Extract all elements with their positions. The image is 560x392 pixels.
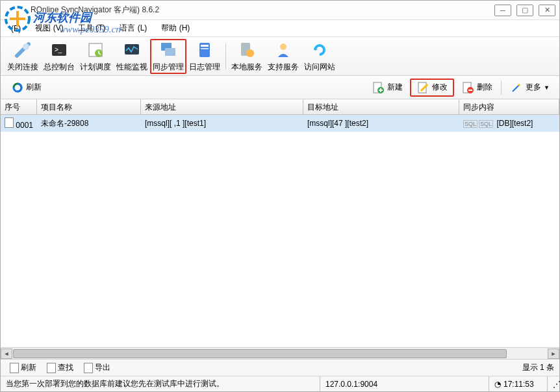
menu-language[interactable]: 语言 (L) <box>113 21 153 36</box>
delete-button[interactable]: 删除 <box>455 79 498 97</box>
status-bar: 当您第一次部署到您的数据库前建议您先在测试库中进行测试。 127.0.0.1:9… <box>1 376 559 391</box>
cell-dst: [mssql][47 ][test2] <box>303 119 459 128</box>
footer-find-label: 查找 <box>58 362 73 373</box>
action-bar: 刷新 新建 修改 删除 更多 ▼ <box>1 76 559 99</box>
col-src[interactable]: 来源地址 <box>141 99 303 114</box>
scroll-left-arrow[interactable]: ◄ <box>1 349 12 359</box>
footer-refresh-button[interactable]: 刷新 <box>6 361 40 374</box>
local-svc-button[interactable]: 本地服务 <box>229 39 265 74</box>
sync-windows-icon <box>158 40 179 60</box>
sql-icon: SQL <box>479 120 493 128</box>
svg-rect-10 <box>201 45 209 47</box>
refresh-button[interactable]: 刷新 <box>5 79 47 97</box>
main-toolbar: 关闭连接 >_ 总控制台 计划调度 性能监视 同步管理 日志管理 本地服务 <box>1 37 559 76</box>
wand-icon <box>510 81 523 94</box>
refresh-icon <box>10 81 23 94</box>
delete-file-icon <box>461 81 474 94</box>
window-title: ROnline SyncNavigator 客户端) 8.6.2 <box>31 5 159 16</box>
footer-export-label: 导出 <box>95 362 110 373</box>
notebook-icon <box>194 40 215 60</box>
delete-label: 删除 <box>477 82 492 93</box>
svg-point-14 <box>280 43 286 50</box>
support-button[interactable]: 支持服务 <box>265 39 301 74</box>
svg-rect-20 <box>468 90 472 91</box>
server-gear-icon <box>236 40 257 60</box>
footer-find-button[interactable]: 查找 <box>43 361 77 374</box>
calendar-icon <box>85 40 106 60</box>
close-conn-button[interactable]: 关闭连接 <box>5 39 41 74</box>
visit-site-button[interactable]: 访问网站 <box>301 39 338 74</box>
edit-file-icon <box>416 81 429 94</box>
col-sync[interactable]: 同步内容 <box>459 99 559 114</box>
svg-point-1 <box>23 43 29 50</box>
menu-help[interactable]: 帮助 (H) <box>155 21 196 36</box>
table-row[interactable]: 0001 未命名-29808 [mssql][ ,1 ][test1] [mss… <box>1 115 559 132</box>
cell-seq: 0001 <box>1 117 37 130</box>
menu-tools[interactable]: 工具 (T) <box>71 21 112 36</box>
footer-export-button[interactable]: 导出 <box>80 361 114 374</box>
console-label: 总控制台 <box>44 62 75 73</box>
horizontal-scrollbar[interactable]: ◄ ► <box>1 347 559 359</box>
status-address: 127.0.0.1:9004 <box>320 376 489 391</box>
menu-file[interactable]: (F) <box>5 22 27 35</box>
new-button[interactable]: 新建 <box>366 79 409 97</box>
status-message: 当您第一次部署到您的数据库前建议您先在测试库中进行测试。 <box>1 376 320 391</box>
close-button[interactable]: ✕ <box>539 5 555 16</box>
grid-body[interactable]: 0001 未命名-29808 [mssql][ ,1 ][test1] [mss… <box>1 115 559 347</box>
edit-button[interactable]: 修改 <box>410 79 454 97</box>
terminal-icon: >_ <box>49 40 70 60</box>
grid-header: 序号 项目名称 来源地址 目标地址 同步内容 <box>1 99 559 115</box>
perf-button[interactable]: 性能监视 <box>114 39 150 74</box>
status-time-text: 17:11:53 <box>503 380 534 389</box>
footer-count: 显示 1 条 <box>522 362 554 373</box>
svg-rect-11 <box>201 48 209 49</box>
log-mgmt-button[interactable]: 日志管理 <box>186 39 223 74</box>
edit-label: 修改 <box>432 82 448 93</box>
footer-bar: 刷新 查找 导出 显示 1 条 <box>1 359 559 376</box>
refresh-globe-icon <box>309 40 330 60</box>
schedule-button[interactable]: 计划调度 <box>77 39 114 74</box>
perf-label: 性能监视 <box>116 62 147 73</box>
sql-icon: SQL <box>463 120 477 128</box>
status-time: ◔ 17:11:53 <box>489 376 548 391</box>
monitor-icon <box>121 40 142 60</box>
document-icon <box>10 363 19 373</box>
maximize-button[interactable]: ▢ <box>516 5 533 16</box>
clock-icon: ◔ <box>494 380 501 389</box>
svg-text:>_: >_ <box>55 46 62 53</box>
log-mgmt-label: 日志管理 <box>189 62 220 73</box>
app-window: 河东软件园 www.pc0359.cn ROnline SyncNavigato… <box>0 0 560 392</box>
status-grip: ⋰ <box>548 376 559 391</box>
menubar: (F) 视图 (V) 工具 (T) 语言 (L) 帮助 (H) <box>1 20 559 37</box>
scroll-thumb[interactable] <box>13 349 507 358</box>
svg-rect-8 <box>165 48 175 56</box>
local-svc-label: 本地服务 <box>231 62 262 73</box>
close-conn-label: 关闭连接 <box>7 62 38 73</box>
col-seq[interactable]: 序号 <box>1 99 37 114</box>
minimize-button[interactable]: ─ <box>494 5 511 16</box>
menu-view[interactable]: 视图 (V) <box>29 21 70 36</box>
svg-point-13 <box>246 49 254 57</box>
more-label: 更多 <box>526 82 541 93</box>
sync-mgmt-label: 同步管理 <box>153 62 184 73</box>
window-controls: ─ ▢ ✕ <box>494 5 555 16</box>
plug-icon <box>12 40 33 60</box>
scroll-right-arrow[interactable]: ► <box>548 349 559 359</box>
sync-mgmt-button[interactable]: 同步管理 <box>150 39 186 74</box>
document-icon <box>5 117 14 128</box>
col-dst[interactable]: 目标地址 <box>303 99 459 114</box>
cell-name: 未命名-29808 <box>37 118 141 129</box>
refresh-label: 刷新 <box>26 82 42 93</box>
seq-text: 0001 <box>16 121 33 130</box>
support-label: 支持服务 <box>268 62 299 73</box>
footer-refresh-label: 刷新 <box>21 362 36 373</box>
col-name[interactable]: 项目名称 <box>37 99 141 114</box>
console-button[interactable]: >_ 总控制台 <box>41 39 77 74</box>
more-button[interactable]: 更多 ▼ <box>504 79 555 97</box>
dropdown-arrow-icon: ▼ <box>544 84 550 91</box>
new-file-icon <box>372 81 385 94</box>
person-icon <box>273 40 294 60</box>
titlebar: ROnline SyncNavigator 客户端) 8.6.2 ─ ▢ ✕ <box>1 1 559 20</box>
cell-src: [mssql][ ,1 ][test1] <box>141 119 303 128</box>
sync-text: [DB][test2] <box>496 119 533 128</box>
